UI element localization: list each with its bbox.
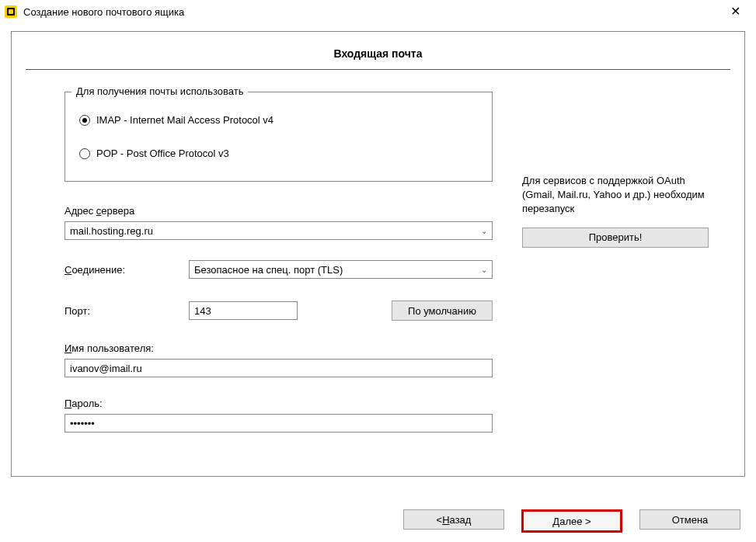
back-button[interactable]: < Назад: [403, 509, 504, 530]
port-default-button[interactable]: По умолчанию: [392, 301, 493, 321]
oauth-note: Для сервисов с поддержкой OAuth (Gmail, …: [522, 174, 713, 217]
username-label: Имя пользователя:: [64, 342, 493, 354]
port-input[interactable]: [189, 301, 298, 320]
radio-pop-label: POP - Post Office Protocol v3: [96, 148, 229, 159]
page-title: Входящая почта: [12, 47, 744, 60]
connection-value: Безопасное на спец. порт (TLS): [194, 264, 343, 276]
username-input[interactable]: [64, 359, 493, 377]
window-title: Создание нового почтового ящика: [23, 6, 184, 18]
cancel-button[interactable]: Отмена: [639, 509, 740, 530]
radio-pop[interactable]: POP - Post Office Protocol v3: [79, 148, 478, 159]
wizard-footer: < Назад Далее > Отмена: [403, 509, 740, 533]
radio-icon: [79, 148, 90, 159]
radio-icon: [79, 115, 90, 126]
next-button[interactable]: Далее >: [521, 509, 622, 533]
radio-imap-label: IMAP - Internet Mail Access Protocol v4: [96, 114, 273, 126]
radio-imap[interactable]: IMAP - Internet Mail Access Protocol v4: [79, 114, 478, 126]
app-icon: [5, 5, 17, 18]
protocol-legend: Для получения почты использовать: [71, 85, 248, 97]
chevron-down-icon: ⌄: [481, 227, 487, 235]
connection-combo[interactable]: Безопасное на спец. порт (TLS) ⌄: [189, 260, 493, 279]
connection-label: Соединение:: [64, 264, 173, 276]
separator: [26, 69, 730, 70]
server-label: Адрес сервера: [64, 205, 493, 217]
password-input[interactable]: •••••••: [64, 414, 493, 433]
password-label: Пароль:: [64, 398, 493, 409]
wizard-frame: Входящая почта Для получения почты испол…: [11, 31, 745, 477]
server-address-combo[interactable]: mail.hosting.reg.ru ⌄: [64, 221, 493, 240]
protocol-fieldset: Для получения почты использовать IMAP - …: [64, 92, 493, 182]
close-icon[interactable]: ✕: [723, 2, 748, 21]
chevron-down-icon: ⌄: [481, 266, 487, 274]
server-address-value: mail.hosting.reg.ru: [70, 225, 153, 237]
verify-button[interactable]: Проверить!: [522, 228, 709, 248]
port-label: Порт:: [64, 305, 173, 317]
